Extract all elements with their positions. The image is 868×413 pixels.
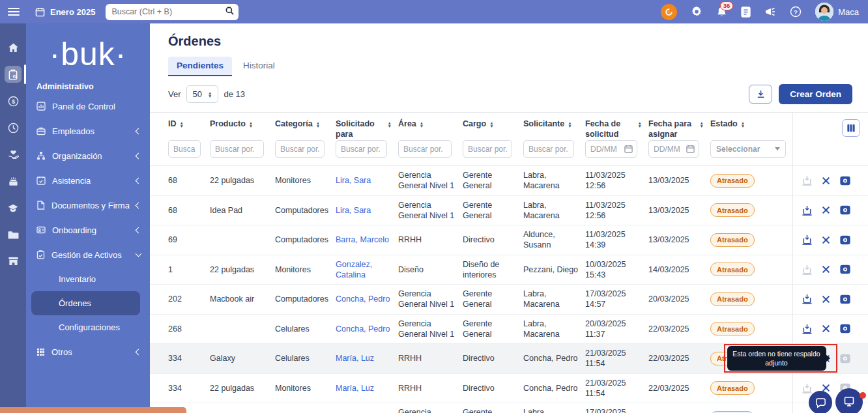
assign-download-button[interactable] bbox=[801, 292, 814, 306]
sidebar-item-organizacion[interactable]: Organización bbox=[26, 143, 150, 168]
sidebar-item-otros[interactable]: Otros bbox=[26, 339, 150, 364]
column-header-cargo[interactable]: Cargo▲▼ bbox=[463, 119, 517, 140]
sidebar-subitem-inventario[interactable]: Inventario bbox=[31, 267, 140, 291]
asset-management-clipboard-icon[interactable] bbox=[5, 66, 22, 83]
filter-fecha-solicitud-date[interactable] bbox=[585, 140, 637, 158]
column-header-fecha-asignar[interactable]: Fecha para asignar▲▼ bbox=[648, 119, 704, 140]
employee-link[interactable]: Gonzalez, Catalina bbox=[336, 260, 372, 279]
culture-cake-icon[interactable] bbox=[5, 173, 22, 190]
cancel-order-button[interactable] bbox=[820, 263, 833, 276]
training-graduation-icon[interactable] bbox=[5, 199, 22, 216]
global-search[interactable] bbox=[106, 4, 239, 20]
assign-download-button[interactable] bbox=[801, 322, 814, 335]
cell-estado: Atrasado bbox=[710, 195, 792, 225]
sort-icon: ▲▼ bbox=[638, 121, 642, 128]
table-header-row: ID▲▼ Producto▲▼ Categoría▲▼ Solicitado p… bbox=[150, 113, 868, 166]
sort-icon: ▲▼ bbox=[700, 121, 704, 128]
view-backup-button[interactable] bbox=[839, 263, 852, 276]
column-header-categoria[interactable]: Categoría▲▼ bbox=[275, 119, 329, 140]
id-card-icon bbox=[36, 225, 46, 235]
settings-gear-icon[interactable] bbox=[691, 6, 702, 18]
period-selector[interactable]: Enero 2025 bbox=[50, 7, 95, 17]
view-backup-button[interactable] bbox=[839, 322, 852, 335]
notifications-bell-icon[interactable]: 36 bbox=[716, 6, 727, 18]
cancel-order-button[interactable] bbox=[820, 292, 833, 306]
buk-logo: ·buk· bbox=[26, 38, 150, 70]
column-header-fecha-solicitud[interactable]: Fecha de solicitud▲▼ bbox=[585, 119, 642, 140]
cell-solicitado-para: María, Luz bbox=[336, 344, 398, 374]
news-document-icon[interactable] bbox=[741, 7, 751, 18]
employee-link[interactable]: Concha, Pedro bbox=[336, 294, 390, 304]
cancel-order-button[interactable] bbox=[820, 204, 833, 217]
sidebar-item-panel-de-control[interactable]: Panel de Control bbox=[26, 94, 150, 119]
column-header-id[interactable]: ID▲▼ bbox=[168, 119, 203, 140]
cell-estado: Atrasado bbox=[710, 285, 792, 315]
assign-download-button[interactable] bbox=[801, 233, 814, 246]
tab-pendientes[interactable]: Pendientes bbox=[168, 57, 232, 76]
document-icon bbox=[36, 201, 45, 210]
create-order-button[interactable]: Crear Orden bbox=[779, 84, 852, 104]
employee-link[interactable]: Concha, Pedro bbox=[336, 324, 390, 334]
filter-area-input[interactable] bbox=[398, 140, 452, 158]
cancel-order-button[interactable] bbox=[820, 322, 833, 335]
orders-table-body: 6822 pulgadasMonitoresLira, SaraGerencia… bbox=[150, 166, 868, 413]
sidebar-subitem-ordenes[interactable]: Órdenes bbox=[31, 291, 140, 315]
filter-cargo-input[interactable] bbox=[463, 140, 512, 158]
assign-download-button[interactable] bbox=[801, 204, 814, 217]
cell-id: 334 bbox=[150, 373, 210, 403]
cancel-order-button[interactable] bbox=[820, 174, 833, 187]
page-size-select[interactable]: 50 ▲▼ bbox=[186, 85, 219, 103]
filter-producto-input[interactable] bbox=[210, 140, 264, 158]
sidebar-subitem-configuraciones[interactable]: Configuraciones bbox=[31, 315, 140, 339]
time-clock-icon[interactable] bbox=[5, 119, 22, 136]
briefcase-icon bbox=[36, 126, 46, 135]
view-backup-button[interactable] bbox=[839, 292, 852, 306]
help-icon[interactable]: ? bbox=[790, 6, 802, 18]
kiosk-storefront-icon[interactable] bbox=[5, 253, 22, 270]
employee-link[interactable]: Lira, Sara bbox=[336, 176, 371, 185]
cancel-order-button[interactable] bbox=[820, 233, 833, 246]
filter-fecha-asignar-date[interactable] bbox=[648, 140, 699, 158]
filter-categoria-input[interactable] bbox=[275, 140, 325, 158]
employee-link[interactable]: Lira, Sara bbox=[336, 206, 371, 215]
cell-solicitante: Concha, Pedro bbox=[523, 344, 585, 374]
column-header-producto[interactable]: Producto▲▼ bbox=[210, 119, 268, 140]
export-download-button[interactable] bbox=[749, 85, 772, 104]
filter-solicitado-para-input[interactable] bbox=[336, 140, 387, 158]
intercom-icon[interactable] bbox=[661, 4, 677, 20]
sidebar-item-onboarding[interactable]: Onboarding bbox=[26, 218, 150, 242]
view-backup-button[interactable] bbox=[839, 204, 852, 217]
home-icon[interactable] bbox=[5, 39, 22, 56]
benefits-hand-heart-icon[interactable] bbox=[5, 146, 22, 163]
filter-id-input[interactable] bbox=[168, 140, 201, 158]
filter-solicitante-input[interactable] bbox=[523, 140, 574, 158]
sidebar-item-empleados[interactable]: Empleados bbox=[26, 119, 150, 143]
column-header-estado[interactable]: Estado▲▼ bbox=[710, 119, 786, 140]
view-backup-button[interactable] bbox=[839, 233, 852, 246]
chat-bubble-button[interactable] bbox=[809, 391, 832, 413]
table-row: 202Macbook airComputadoresConcha, PedroG… bbox=[150, 285, 868, 315]
hamburger-menu-icon[interactable] bbox=[8, 8, 20, 16]
column-header-solicitante[interactable]: Solicitante▲▼ bbox=[523, 119, 579, 140]
sidebar-item-documentos-y-firma[interactable]: Documentos y Firma bbox=[26, 193, 150, 218]
files-folder-icon[interactable] bbox=[5, 226, 22, 243]
column-settings-button[interactable] bbox=[842, 119, 860, 137]
sidebar-item-gestion-de-activos[interactable]: Gestión de Activos bbox=[26, 242, 150, 267]
view-backup-button[interactable] bbox=[839, 174, 852, 187]
cell-solicitado-para: Gonzalez, Catalina bbox=[336, 255, 398, 285]
column-header-area[interactable]: Área▲▼ bbox=[398, 119, 456, 140]
tab-historial[interactable]: Historial bbox=[235, 57, 283, 76]
sidebar-item-asistencia[interactable]: Asistencia bbox=[26, 168, 150, 193]
employee-link[interactable]: María, Luz bbox=[336, 384, 374, 393]
search-icon[interactable] bbox=[225, 6, 235, 18]
announcements-megaphone-icon[interactable] bbox=[764, 7, 776, 17]
cell-solicitado-para: Lira, Sara bbox=[336, 166, 398, 196]
payroll-coin-icon[interactable]: $ bbox=[5, 93, 22, 109]
employee-link[interactable]: Barra, Marcelo bbox=[336, 235, 389, 244]
column-header-solicitado-para[interactable]: Solicitado para▲▼ bbox=[336, 119, 392, 140]
filter-estado-select[interactable]: Seleccionar bbox=[710, 140, 786, 158]
search-input[interactable] bbox=[111, 7, 225, 16]
user-menu[interactable]: Maca bbox=[815, 3, 859, 21]
device-widget-button[interactable] bbox=[835, 388, 863, 413]
employee-link[interactable]: María, Luz bbox=[336, 354, 374, 363]
